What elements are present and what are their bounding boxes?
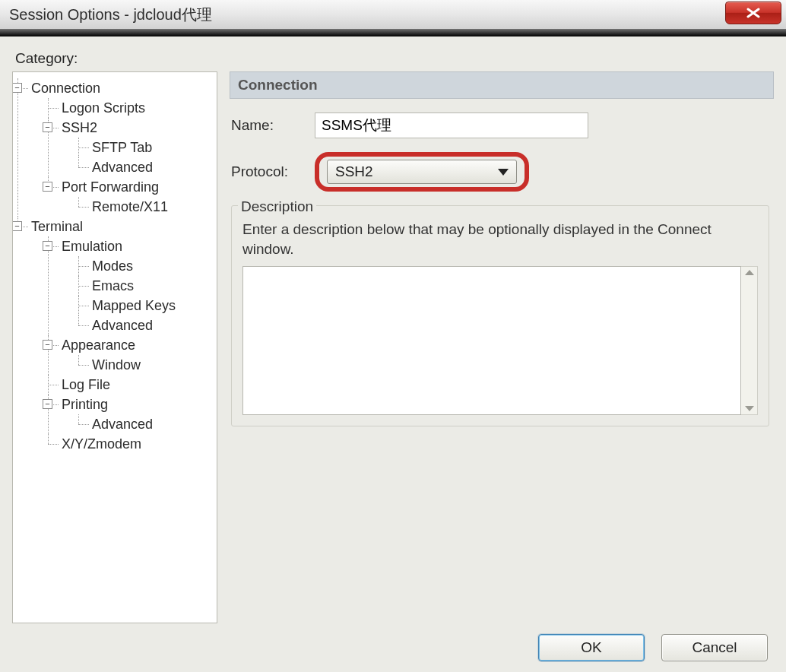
tree-node-sftp-tab[interactable]: SFTP Tab: [92, 140, 152, 155]
scroll-down-icon: [745, 406, 754, 411]
content-panel: Connection Name: Protocol: SSH2: [230, 71, 774, 623]
dialog-button-row: OK Cancel: [12, 623, 774, 661]
close-icon: [746, 8, 761, 18]
description-textarea[interactable]: [242, 266, 741, 415]
name-label: Name:: [231, 117, 315, 134]
tree-node-printing[interactable]: Printing: [62, 397, 108, 412]
tree-node-modes[interactable]: Modes: [92, 258, 133, 274]
category-tree[interactable]: Connection Logon Scripts SSH2 SFTP Tab A…: [17, 78, 212, 454]
protocol-highlight: SSH2: [315, 152, 529, 192]
protocol-label: Protocol:: [231, 163, 315, 180]
tree-node-log-file[interactable]: Log File: [62, 377, 110, 392]
tree-node-port-forwarding[interactable]: Port Forwarding: [62, 179, 159, 195]
description-scrollbar[interactable]: [741, 266, 758, 415]
tree-node-window[interactable]: Window: [92, 357, 141, 372]
expand-toggle-icon[interactable]: [43, 399, 52, 409]
description-help-text: Enter a description below that may be op…: [242, 220, 758, 258]
expand-toggle-icon[interactable]: [43, 182, 52, 192]
expand-toggle-icon[interactable]: [43, 340, 52, 350]
expand-toggle-icon[interactable]: [43, 122, 52, 132]
category-label: Category:: [15, 50, 774, 67]
tree-node-mapped-keys[interactable]: Mapped Keys: [92, 298, 176, 313]
name-input[interactable]: [315, 113, 588, 138]
tree-node-emulation[interactable]: Emulation: [62, 239, 122, 254]
protocol-dropdown[interactable]: SSH2: [327, 160, 517, 184]
cancel-button[interactable]: Cancel: [661, 634, 768, 661]
scroll-up-icon: [745, 270, 754, 275]
titlebar: Session Options - jdcloud代理: [0, 0, 786, 30]
titlebar-shadow: [0, 30, 786, 36]
close-button[interactable]: [725, 2, 781, 24]
chevron-down-icon: [498, 169, 509, 176]
ok-button[interactable]: OK: [538, 634, 645, 661]
dialog-body: Category: Connection Logon Scripts SSH2 …: [0, 36, 786, 672]
description-group-title: Description: [238, 198, 316, 215]
category-tree-panel: Connection Logon Scripts SSH2 SFTP Tab A…: [12, 71, 217, 623]
tree-node-ssh2-advanced[interactable]: Advanced: [92, 160, 153, 175]
section-header: Connection: [230, 71, 774, 99]
tree-node-emacs[interactable]: Emacs: [92, 278, 134, 293]
tree-node-emulation-advanced[interactable]: Advanced: [92, 318, 153, 333]
tree-node-logon-scripts[interactable]: Logon Scripts: [62, 100, 145, 116]
tree-node-terminal[interactable]: Terminal: [31, 219, 83, 234]
protocol-selected-value: SSH2: [335, 163, 373, 180]
tree-node-remote-x11[interactable]: Remote/X11: [92, 199, 168, 214]
expand-toggle-icon[interactable]: [12, 83, 22, 93]
description-groupbox: Description Enter a description below th…: [231, 205, 769, 426]
tree-node-appearance[interactable]: Appearance: [62, 338, 135, 353]
tree-node-ssh2[interactable]: SSH2: [62, 120, 97, 135]
window-title: Session Options - jdcloud代理: [9, 5, 212, 25]
expand-toggle-icon[interactable]: [43, 241, 52, 251]
expand-toggle-icon[interactable]: [12, 221, 22, 231]
tree-node-connection[interactable]: Connection: [31, 81, 100, 96]
tree-node-printing-advanced[interactable]: Advanced: [92, 417, 153, 432]
tree-node-xyzmodem[interactable]: X/Y/Zmodem: [62, 436, 141, 452]
